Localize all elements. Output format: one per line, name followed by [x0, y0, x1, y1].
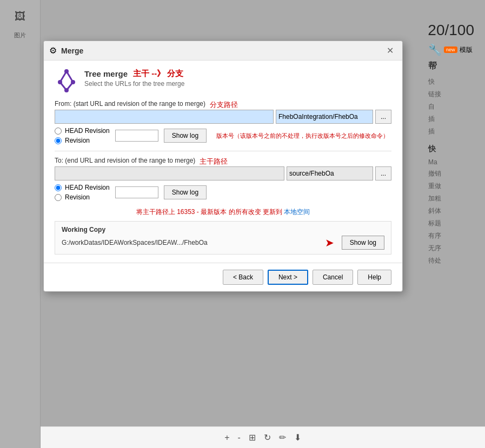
cancel-button[interactable]: Cancel — [313, 270, 353, 285]
from-browse-button[interactable]: ... — [375, 110, 391, 124]
edit-icon[interactable]: ✏ — [279, 432, 286, 443]
dialog-subtitle: Select the URLs for the tree merge — [84, 80, 184, 88]
to-browse-button[interactable]: ... — [375, 166, 391, 180]
from-head-radio[interactable] — [55, 128, 62, 135]
merge-icon — [55, 69, 79, 95]
quick-item-ordered[interactable]: 有序 — [428, 231, 477, 240]
right-panel: 🔧 new 模版 帮 快 链接 自 插 插 快 Ma 撤销 重做 加粗 斜体 标… — [420, 0, 485, 448]
from-url-input[interactable] — [55, 110, 274, 124]
from-radio-group: HEAD Revision Revision — [55, 127, 110, 144]
from-head-label: HEAD Revision — [65, 127, 110, 135]
back-button[interactable]: < Back — [223, 270, 263, 285]
quick-item-heading[interactable]: 标题 — [428, 219, 477, 228]
quick-item-undo[interactable]: 撤销 — [428, 169, 477, 178]
to-revision-radio[interactable] — [55, 194, 62, 201]
svg-point-5 — [58, 80, 62, 84]
quick-item-ma[interactable]: Ma — [428, 158, 477, 166]
trunk-path-annotation: 主干路径 — [200, 157, 228, 166]
quick-item-unordered[interactable]: 无序 — [428, 244, 477, 253]
svg-point-6 — [71, 80, 75, 84]
download-icon[interactable]: ⬇ — [294, 432, 301, 443]
dialog-title-text: Merge — [61, 46, 83, 55]
to-revision-input[interactable] — [115, 186, 158, 198]
to-url-input[interactable] — [55, 166, 284, 180]
right-item-5[interactable]: 插 — [428, 127, 477, 136]
annotation-text-blue: 本地空间 — [284, 208, 310, 216]
next-button[interactable]: Next > — [268, 270, 308, 285]
from-head-revision-option[interactable]: HEAD Revision — [55, 127, 110, 135]
zoom-in-icon[interactable]: + — [224, 433, 229, 443]
to-url-row: source/FhebOa ... — [55, 166, 391, 180]
dialog-close-button[interactable]: ✕ — [383, 44, 397, 57]
quick-section-title: 快 — [428, 144, 477, 154]
red-arrow-icon: ➤ — [325, 236, 334, 249]
template-icon: 🔧 — [428, 43, 442, 56]
zoom-out-icon[interactable]: - — [238, 433, 241, 443]
dialog-icon: ⚙ — [49, 45, 57, 56]
dialog-footer: < Back Next > Cancel Help — [44, 263, 402, 291]
template-label: 模版 — [460, 45, 473, 55]
svg-point-7 — [64, 88, 69, 92]
to-radio-group: HEAD Revision Revision — [55, 184, 110, 201]
to-head-revision-option[interactable]: HEAD Revision — [55, 184, 110, 191]
bottom-toolbar: + - ⊞ ↻ ✏ ⬇ — [41, 426, 485, 448]
dialog-body: Tree merge 主干 --》 分支 Select the URLs for… — [44, 61, 402, 263]
to-show-log-button[interactable]: Show log — [164, 185, 207, 199]
quick-item-bold[interactable]: 加粗 — [428, 194, 477, 203]
grid-icon[interactable]: ⊞ — [249, 432, 256, 443]
refresh-icon[interactable]: ↻ — [264, 432, 271, 443]
to-revision-option[interactable]: Revision — [55, 193, 110, 201]
to-head-radio[interactable] — [55, 184, 62, 191]
right-item-4[interactable]: 插 — [428, 115, 477, 124]
from-label: From: (start URL and revision of the ran… — [55, 100, 205, 108]
help-title: 帮 — [428, 61, 477, 72]
right-item-1[interactable]: 快 — [428, 77, 477, 86]
section-divider-1 — [55, 151, 391, 151]
main-annotation: 主干 --》 分支 — [133, 69, 183, 79]
to-label: To: (end URL and revision of the range t… — [55, 157, 195, 164]
dialog-main-title: Tree merge — [84, 69, 128, 78]
from-section: From: (start URL and revision of the ran… — [55, 100, 391, 144]
to-url-combo[interactable]: source/FhebOa — [287, 166, 373, 180]
quick-item-redo[interactable]: 重做 — [428, 182, 477, 191]
working-copy-path: G:/workDatas/IDEAWorkSpaces/IDEAW.../Fhe… — [62, 239, 320, 246]
dialog-titlebar: ⚙ Merge ✕ — [44, 41, 402, 61]
to-revision-label: Revision — [65, 193, 90, 201]
working-copy-section: Working Copy G:/workDatas/IDEAWorkSpaces… — [55, 221, 391, 255]
to-head-label: HEAD Revision — [65, 184, 110, 191]
right-item-2[interactable]: 链接 — [428, 90, 477, 99]
dialog-header-info: Tree merge 主干 --》 分支 Select the URLs for… — [84, 69, 184, 88]
from-revision-input[interactable]: 16353 — [115, 130, 158, 142]
new-badge: new — [444, 46, 457, 53]
quick-item-pending[interactable]: 待处 — [428, 256, 477, 265]
from-revision-label: Revision — [65, 137, 90, 144]
help-button[interactable]: Help — [357, 270, 391, 285]
dialog-title-left: ⚙ Merge — [49, 45, 83, 56]
from-revision-option[interactable]: Revision — [55, 137, 110, 144]
from-url-row: FhebOaIntegration/FhebOa ... — [55, 110, 391, 124]
working-copy-row: G:/workDatas/IDEAWorkSpaces/IDEAW.../Fhe… — [62, 236, 384, 250]
quick-item-italic[interactable]: 斜体 — [428, 206, 477, 216]
annotation-text-part1: 将主干路径上 16353 - 最新版本 的所有改变 更新到 — [136, 208, 284, 216]
from-revision-radio[interactable] — [55, 137, 62, 144]
to-revision-row: HEAD Revision Revision Show log — [55, 184, 391, 201]
branch-path-annotation: 分支路径 — [210, 100, 238, 110]
from-show-log-button[interactable]: Show log — [164, 129, 207, 143]
right-item-3[interactable]: 自 — [428, 102, 477, 111]
merge-dialog: ⚙ Merge ✕ Tree merg — [43, 41, 403, 292]
working-copy-show-log-button[interactable]: Show log — [342, 236, 384, 250]
from-url-combo[interactable]: FhebOaIntegration/FhebOa — [276, 110, 373, 124]
to-section: To: (end URL and revision of the range t… — [55, 157, 391, 201]
svg-point-4 — [64, 69, 69, 73]
revision-annotation: 版本号（该版本号之前的不处理，执行改版本号之后的修改命令） — [216, 132, 389, 140]
bottom-annotation: 将主干路径上 16353 - 最新版本 的所有改变 更新到 本地空间 — [55, 208, 391, 217]
working-copy-label: Working Copy — [62, 226, 384, 233]
from-revision-row: HEAD Revision Revision 16353 Show log 版本… — [55, 127, 391, 144]
